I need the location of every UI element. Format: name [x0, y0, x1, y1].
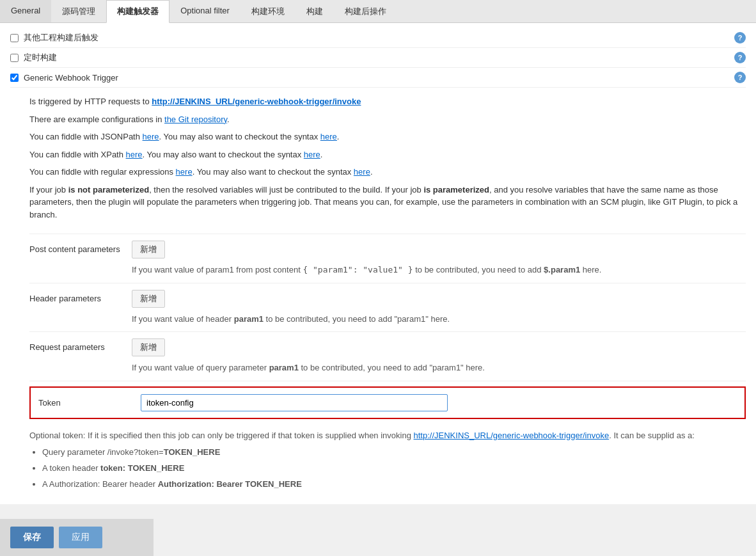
- timer-row: 定时构建 ?: [10, 48, 746, 68]
- other-projects-checkbox[interactable]: [10, 34, 19, 42]
- token-bullet-2: A token header token: TOKEN_HERE: [42, 462, 746, 475]
- tab-build[interactable]: 构建: [295, 0, 334, 22]
- token-row: Token: [29, 386, 746, 419]
- header-params-desc: If you want value of header param1 to be…: [132, 313, 746, 326]
- tab-source[interactable]: 源码管理: [51, 0, 106, 22]
- request-params-add-btn[interactable]: 新增: [132, 338, 165, 356]
- other-projects-row: 其他工程构建后触发 ?: [10, 28, 746, 48]
- webhook-line5: You can fiddle with regular expressions …: [29, 166, 746, 179]
- request-params-desc: If you want value of query parameter par…: [132, 361, 746, 374]
- webhook-line4: You can fiddle with XPath here. You may …: [29, 148, 746, 161]
- other-projects-label: 其他工程构建后触发: [24, 32, 98, 44]
- webhook-url-link[interactable]: http://JENKINS_URL/generic-webhook-trigg…: [152, 97, 361, 106]
- webhook-line3: You can fiddle with JSONPath here. You m…: [29, 131, 746, 143]
- token-invoke-link[interactable]: http://JENKINS_URL/generic-webhook-trigg…: [414, 431, 610, 440]
- token-input[interactable]: [141, 394, 448, 411]
- post-content-label: Post content parameters: [29, 241, 132, 254]
- trigger-section: 其他工程构建后触发 ? 定时构建 ? Generic Webhook Trigg…: [0, 23, 756, 504]
- header-params-row: Header parameters 新增 If you want value o…: [29, 283, 746, 333]
- header-params-add-btn[interactable]: 新增: [132, 290, 165, 308]
- webhook-details: Is triggered by HTTP requests to http://…: [29, 88, 746, 234]
- main-content: 其他工程构建后触发 ? 定时构建 ? Generic Webhook Trigg…: [0, 23, 756, 504]
- token-label: Token: [38, 394, 141, 408]
- tab-bar: General 源码管理 构建触发器 Optional filter 构建环境 …: [0, 0, 756, 23]
- timer-label: 定时构建: [24, 52, 57, 63]
- webhook-line1: Is triggered by HTTP requests to http://…: [29, 95, 746, 108]
- regex-here-link1[interactable]: here: [176, 167, 193, 177]
- request-params-label: Request parameters: [29, 338, 132, 352]
- webhook-label: Generic Webhook Trigger: [24, 73, 118, 83]
- xpath-here-link2[interactable]: here: [304, 150, 320, 159]
- request-params-content: 新增 If you want value of query parameter …: [132, 338, 746, 374]
- tab-general[interactable]: General: [0, 0, 51, 22]
- post-content-content: 新增 If you want value of param1 from post…: [132, 241, 746, 276]
- webhook-line2: There are example configurations in the …: [29, 113, 746, 126]
- post-content-add-btn[interactable]: 新增: [132, 241, 165, 258]
- webhook-checkbox[interactable]: [10, 74, 19, 82]
- timer-help-icon[interactable]: ?: [734, 52, 746, 63]
- git-repo-link[interactable]: the Git repository: [164, 115, 227, 124]
- token-bullet-3: A Authorization: Bearer header Authoriza…: [42, 478, 746, 491]
- regex-here-link2[interactable]: here: [354, 167, 370, 177]
- token-input-wrap: [141, 394, 737, 411]
- post-content-desc: If you want value of param1 from post co…: [132, 264, 746, 276]
- header-params-content: 新增 If you want value of header param1 to…: [132, 290, 746, 326]
- other-projects-help-icon[interactable]: ?: [734, 32, 746, 44]
- jsonpath-here-link1[interactable]: here: [143, 132, 159, 141]
- xpath-here-link1[interactable]: here: [126, 150, 143, 159]
- webhook-help-icon[interactable]: ?: [734, 72, 746, 83]
- tab-optional-filter[interactable]: Optional filter: [169, 0, 240, 22]
- timer-checkbox[interactable]: [10, 54, 19, 62]
- webhook-trigger-row: Generic Webhook Trigger ?: [10, 68, 746, 88]
- tab-triggers[interactable]: 构建触发器: [106, 0, 169, 23]
- token-desc: Optional token: If it is specified then …: [29, 424, 746, 499]
- post-content-row: Post content parameters 新增 If you want v…: [29, 234, 746, 283]
- jsonpath-here-link2[interactable]: here: [320, 132, 337, 141]
- token-desc-list: Query parameter /invoke?token=TOKEN_HERE…: [42, 446, 746, 491]
- token-bullet-1: Query parameter /invoke?token=TOKEN_HERE: [42, 446, 746, 459]
- header-params-label: Header parameters: [29, 290, 132, 303]
- tab-post-build[interactable]: 构建后操作: [334, 0, 397, 22]
- webhook-param-info: If your job is not parameterized, then t…: [29, 184, 746, 221]
- tab-build-env[interactable]: 构建环境: [240, 0, 295, 22]
- request-params-row: Request parameters 新增 If you want value …: [29, 332, 746, 381]
